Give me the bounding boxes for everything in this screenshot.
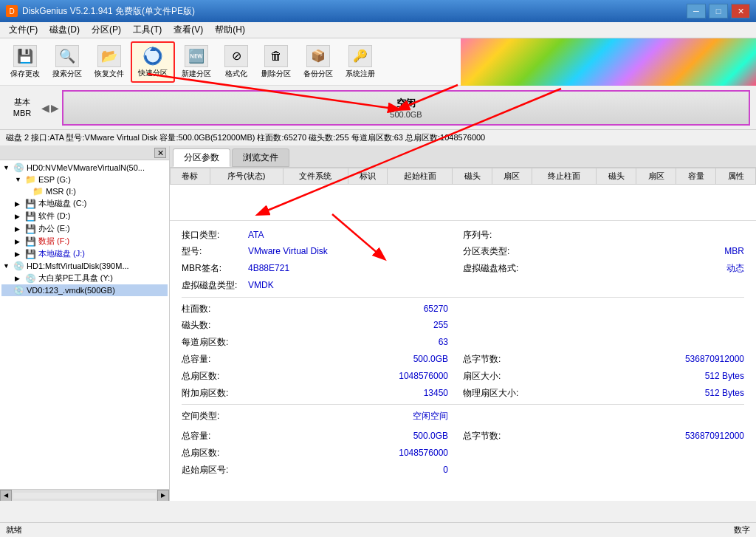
delete-partition-button[interactable]: 🗑 删除分区 <box>255 41 297 83</box>
tree-node-d[interactable]: ▶ 💾 软件 (D:) <box>1 210 168 222</box>
table-row[interactable] <box>171 185 756 202</box>
col-sector2: 扇区 <box>636 168 676 185</box>
save-button[interactable]: 💾 保存更改 <box>4 41 46 83</box>
partition-size: 500.0GB <box>390 110 422 119</box>
tab-browse-files[interactable]: 浏览文件 <box>232 148 289 167</box>
expand-d[interactable]: ▶ <box>15 213 25 220</box>
detail-space-total-sectors: 总扇区数: 1048576000 <box>182 445 463 462</box>
close-button[interactable]: ✕ <box>731 4 750 18</box>
head-label: 磁头数: <box>182 317 248 334</box>
menu-partition[interactable]: 分区(P) <box>86 22 127 38</box>
right-panel: 分区参数 浏览文件 卷标 序号(状态) 文件系统 标识 起始柱面 磁头 扇区 <box>170 146 756 501</box>
expand-e[interactable]: ▶ <box>15 225 25 233</box>
space-total-bytes-label: 总字节数: <box>463 428 501 445</box>
tree-node-c[interactable]: ▶ 💾 本地磁盘 (C:) <box>1 197 168 210</box>
detail-head: 磁头数: 255 <box>182 317 463 334</box>
expand-y[interactable]: ▶ <box>15 275 25 282</box>
j-icon: 💾 <box>25 249 36 259</box>
col-capacity: 容量 <box>676 168 716 185</box>
maximize-button[interactable]: □ <box>709 4 728 18</box>
partition-type-value: MBR <box>656 243 744 260</box>
menu-file[interactable]: 文件(F) <box>3 22 44 38</box>
tree-node-msr[interactable]: 📁 MSR (I:) <box>1 185 168 197</box>
space-start-sector-value: 0 <box>248 462 463 479</box>
tree-node-f[interactable]: ▶ 💾 数据 (F:) <box>1 235 168 247</box>
left-panel-scrollbar[interactable]: ◀ ▶ <box>0 489 169 501</box>
toolbar: 💾 保存更改 🔍 搜索分区 📂 恢复文件 快速分区 🆕 新 <box>0 38 756 86</box>
detail-model: 型号: VMware Virtual Disk <box>182 243 463 260</box>
backup-partition-button[interactable]: 📦 备份分区 <box>298 41 339 83</box>
msr-label: MSR (I:) <box>46 187 76 196</box>
detail-extra-sectors: 附加扇区数: 13450 <box>182 385 463 402</box>
msr-icon: 📁 <box>32 186 44 196</box>
search-partition-button[interactable]: 🔍 搜索分区 <box>47 41 88 83</box>
expand-hd0[interactable]: ▼ <box>3 164 13 171</box>
e-label: 办公 (E:) <box>38 223 70 234</box>
restore-files-icon: 📂 <box>97 45 121 67</box>
format-button[interactable]: ⊘ 格式化 <box>218 41 255 83</box>
minimize-button[interactable]: ─ <box>687 4 706 18</box>
detail-vdisk-format: 虚拟磁盘格式: 动态 <box>463 260 744 277</box>
physical-sector-value: 512 Bytes <box>656 385 744 402</box>
col-start-cyl: 起始柱面 <box>388 168 453 185</box>
menu-help[interactable]: 帮助(H) <box>209 22 251 38</box>
next-disk-button[interactable]: ▶ <box>51 102 59 114</box>
y-label: 大白菜PE工具盘 (Y:) <box>38 273 113 284</box>
tree-node-hd1[interactable]: ▼ 💿 HD1:MsftVirtualDisk(390M... <box>1 260 168 272</box>
disk-partition-bar[interactable]: 空闲 500.0GB <box>62 90 750 126</box>
tree-node-y[interactable]: ▶ 💿 大白菜PE工具盘 (Y:) <box>1 272 168 284</box>
quick-partition-button[interactable]: 快速分区 <box>131 41 175 83</box>
esp-label: ESP (G:) <box>38 175 71 184</box>
detail-sector-size: 扇区大小: 512 Bytes <box>463 368 744 385</box>
total-size-value: 500.0GB <box>248 351 463 368</box>
tree-node-vd0[interactable]: 💿 VD0:123_.vmdk(500GB) <box>1 284 168 296</box>
col-attr: 属性 <box>716 168 756 185</box>
cylinder-label: 柱面数: <box>182 301 248 318</box>
partition-table-area: 卷标 序号(状态) 文件系统 标识 起始柱面 磁头 扇区 终止柱面 磁头 扇区 … <box>170 168 756 221</box>
prev-disk-button[interactable]: ◀ <box>41 102 49 114</box>
table-row[interactable] <box>171 202 756 220</box>
sectors-per-track-value: 63 <box>248 334 463 351</box>
col-seq-state: 序号(状态) <box>210 168 283 185</box>
new-partition-button[interactable]: 🆕 新建分区 <box>176 41 217 83</box>
interface-value: ATA <box>248 227 264 244</box>
system-register-icon: 🔑 <box>348 45 372 67</box>
menu-disk[interactable]: 磁盘(D) <box>44 22 86 38</box>
disk-info-bar: 磁盘 2 接口:ATA 型号:VMware Virtual Disk 容量:50… <box>0 130 756 146</box>
total-sectors-value: 1048576000 <box>248 368 463 385</box>
new-partition-icon: 🆕 <box>185 45 208 67</box>
format-icon: ⊘ <box>224 45 248 67</box>
disk-type-label: 基本 MBR <box>6 97 38 118</box>
mbr-value: 4B88E721 <box>248 260 289 277</box>
col-head2: 磁头 <box>597 168 636 185</box>
backup-partition-icon: 📦 <box>306 45 330 67</box>
system-register-button[interactable]: 🔑 系统注册 <box>340 41 381 83</box>
hd0-icon: 💿 <box>13 163 24 173</box>
expand-j[interactable]: ▶ <box>15 250 25 258</box>
expand-f[interactable]: ▶ <box>15 238 25 245</box>
tree-node-hd0[interactable]: ▼ 💿 HD0:NVMeVMwareVirtualN(50... <box>1 162 168 174</box>
tab-partition-params[interactable]: 分区参数 <box>173 148 230 167</box>
disk-tree: ▼ 💿 HD0:NVMeVMwareVirtualN(50... ▼ 📁 ESP… <box>0 160 169 489</box>
d-icon: 💾 <box>25 211 36 222</box>
expand-hd1[interactable]: ▼ <box>3 262 13 270</box>
c-label: 本地磁盘 (C:) <box>38 198 86 209</box>
menu-tools[interactable]: 工具(T) <box>127 22 168 38</box>
tree-node-j[interactable]: ▶ 💾 本地磁盘 (J:) <box>1 247 168 260</box>
space-total-bytes-value: 536870912000 <box>656 428 744 445</box>
expand-esp[interactable]: ▼ <box>15 176 25 183</box>
col-end-cyl: 终止柱面 <box>532 168 597 185</box>
tree-node-e[interactable]: ▶ 💾 办公 (E:) <box>1 222 168 235</box>
expand-c[interactable]: ▶ <box>15 200 25 208</box>
menu-view[interactable]: 查看(V) <box>168 22 209 38</box>
serial-value <box>656 227 744 244</box>
left-panel: ✕ ▼ 💿 HD0:NVMeVMwareVirtualN(50... ▼ 📁 E… <box>0 146 170 501</box>
quick-partition-icon <box>141 46 165 66</box>
statusbar: 就绪 数字 <box>0 522 756 537</box>
left-panel-header: ✕ <box>0 146 169 160</box>
vd0-label: VD0:123_.vmdk(500GB) <box>27 286 115 295</box>
restore-files-button[interactable]: 📂 恢复文件 <box>89 41 130 83</box>
tree-node-esp[interactable]: ▼ 📁 ESP (G:) <box>1 174 168 185</box>
col-head1: 磁头 <box>453 168 492 185</box>
close-panel-button[interactable]: ✕ <box>154 148 166 158</box>
